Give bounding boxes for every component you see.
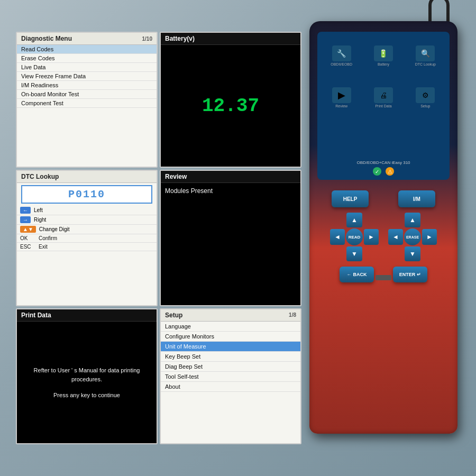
review-text: Modules Present (165, 187, 213, 195)
battery-body: 12.37 (161, 45, 300, 167)
dtc-header: DTC Lookup (17, 171, 157, 183)
setup-screen: Setup 1/8 Language Configure Monitors Un… (160, 308, 301, 444)
obd-icon-box: 🔧 (332, 45, 351, 61)
print-label: Print Data (375, 104, 391, 108)
print-icon-box: 🖨 (374, 87, 393, 103)
diagnostic-menu-body: Read Codes Erase Codes Live Data View Fr… (17, 45, 157, 167)
battery-icon-box: 🔋 (374, 45, 393, 61)
print-data-screen: Print Data Refter to User ' s Manual for… (16, 308, 158, 444)
nav-left-button[interactable]: ◄ (330, 229, 345, 245)
device-body: 🔧 OBDII/EOBD 🔋 Battery 🔍 DTC Lookup ▶ Re… (309, 21, 457, 434)
dtc-code[interactable]: P0110 (21, 185, 152, 204)
nav-right-button[interactable]: ► (364, 229, 379, 245)
erase-down-button[interactable]: ▼ (405, 246, 420, 261)
erase-right-button[interactable]: ► (422, 229, 437, 245)
device-brand: OBD/EOBD+CAN iEasy 310 (356, 160, 410, 165)
setup-about[interactable]: About (161, 382, 300, 392)
left-arrow-btn[interactable]: ← (20, 207, 31, 214)
help-button[interactable]: HELP (332, 190, 369, 207)
setup-title: Setup (165, 312, 182, 319)
dtc-row-ok: OK Confirm (17, 234, 157, 243)
review-body: Modules Present (161, 183, 300, 305)
erase-center-button[interactable]: ERASE (404, 228, 421, 245)
device-icon-dtc[interactable]: 🔍 DTC Lookup (406, 36, 445, 76)
dtc-row-change-digit: ▲▼ Change Digit (17, 225, 157, 234)
ok-key: OK (20, 235, 39, 241)
setup-configure-monitors[interactable]: Configure Monitors (161, 332, 300, 342)
device-icon-obd[interactable]: 🔧 OBDII/EOBD (322, 36, 361, 76)
setup-diag-beep[interactable]: Diag Beep Set (161, 362, 300, 372)
battery-label: Battery (378, 62, 389, 66)
change-digit-btn[interactable]: ▲▼ (20, 226, 36, 233)
btn-row-nav: ▲ ◄ READ ► ▼ ▲ ◄ ERASE (315, 210, 452, 263)
esc-key: ESC (20, 244, 39, 250)
nav-read-button[interactable]: READ (346, 228, 363, 245)
review-title: Review (165, 173, 187, 180)
device-container: 🔧 OBDII/EOBD 🔋 Battery 🔍 DTC Lookup ▶ Re… (301, 21, 465, 455)
diagnostic-menu-header: Diagnostic Menu 1/10 (17, 33, 157, 45)
device-icon-print[interactable]: 🖨 Print Data (363, 78, 403, 117)
review-screen: Review Modules Present (160, 170, 301, 306)
usb-port (376, 275, 391, 280)
setup-unit-of-measure[interactable]: Unit of Measure (161, 342, 300, 352)
print-continue: Press any key to continue (53, 392, 120, 398)
erase-up-button[interactable]: ▲ (405, 213, 420, 227)
erase-left-button[interactable]: ◄ (388, 229, 403, 245)
print-data-header: Print Data (17, 309, 157, 322)
dtc-lookup-screen: DTC Lookup P0110 ← Left → Right ▲▼ Chang… (16, 170, 158, 306)
btn-row-help-im: HELP I/M (315, 190, 452, 207)
enter-icon: ↵ (417, 272, 421, 277)
dtc-row-left: ← Left (17, 206, 157, 215)
setup-self-test[interactable]: Tool Self-test (161, 372, 300, 382)
battery-value: 12.37 (202, 95, 259, 117)
back-icon: ← (347, 272, 352, 277)
review-icon-box: ▶ (332, 87, 351, 103)
im-button[interactable]: I/M (398, 190, 435, 207)
device-status-row: ✓ ⚠ (373, 167, 394, 176)
menu-item-read-codes[interactable]: Read Codes (17, 45, 157, 54)
menu-item-erase-codes[interactable]: Erase Codes (17, 54, 157, 63)
menu-item-freeze-frame[interactable]: View Freeze Frame Data (17, 72, 157, 81)
menu-item-onboard-monitor[interactable]: On-board Monitor Test (17, 90, 157, 99)
menu-item-im-readiness[interactable]: I/M Readiness (17, 81, 157, 90)
diagnostic-menu-page: 1/10 (142, 36, 152, 42)
ok-label: Confirm (39, 235, 57, 241)
change-digit-label: Change Digit (39, 226, 70, 232)
review-label: Review (335, 104, 347, 108)
nav-up-button[interactable]: ▲ (346, 213, 362, 227)
dtc-body: P0110 ← Left → Right ▲▼ Change Digit OK … (17, 183, 157, 305)
device-icon-setup[interactable]: ⚙ Setup (406, 78, 445, 117)
device-screen-area: 🔧 OBDII/EOBD 🔋 Battery 🔍 DTC Lookup ▶ Re… (317, 32, 450, 180)
esc-label: Exit (39, 244, 48, 250)
review-header: Review (161, 171, 300, 183)
status-green-icon: ✓ (373, 167, 381, 176)
menu-item-component-test[interactable]: Component Test (17, 99, 157, 108)
setup-icon-box: ⚙ (416, 87, 435, 103)
print-data-title: Print Data (21, 312, 51, 319)
print-instructions: Refter to User ' s Manual for data print… (23, 366, 150, 383)
right-arrow-btn[interactable]: → (20, 216, 31, 223)
right-label: Right (34, 217, 46, 223)
nav-down-button[interactable]: ▼ (346, 246, 362, 261)
dtc-title: DTC Lookup (21, 173, 59, 180)
setup-header: Setup 1/8 (161, 309, 300, 322)
setup-page: 1/8 (289, 312, 296, 318)
back-button[interactable]: ← BACK (340, 267, 374, 282)
left-label: Left (34, 207, 43, 213)
dtc-icon-box: 🔍 (416, 45, 435, 61)
dtc-row-right: → Right (17, 215, 157, 225)
setup-key-beep[interactable]: Key Beep Set (161, 352, 300, 362)
device-icon-battery[interactable]: 🔋 Battery (363, 36, 403, 76)
diagnostic-menu-title: Diagnostic Menu (21, 35, 72, 42)
device-icon-review[interactable]: ▶ Review (322, 78, 361, 117)
battery-title: Battery(v) (165, 35, 195, 42)
setup-language[interactable]: Language (161, 322, 300, 332)
diagnostic-menu-screen: Diagnostic Menu 1/10 Read Codes Erase Co… (16, 32, 158, 168)
menu-item-live-data[interactable]: Live Data (17, 63, 157, 72)
status-yellow-icon: ⚠ (386, 167, 394, 176)
device-buttons: HELP I/M ▲ ◄ READ (315, 190, 452, 291)
enter-button[interactable]: ENTER ↵ (393, 267, 427, 282)
setup-label: Setup (420, 104, 430, 108)
main-container: Diagnostic Menu 1/10 Read Codes Erase Co… (0, 0, 476, 476)
device-screen-content: 🔧 OBDII/EOBD 🔋 Battery 🔍 DTC Lookup ▶ Re… (322, 36, 445, 159)
